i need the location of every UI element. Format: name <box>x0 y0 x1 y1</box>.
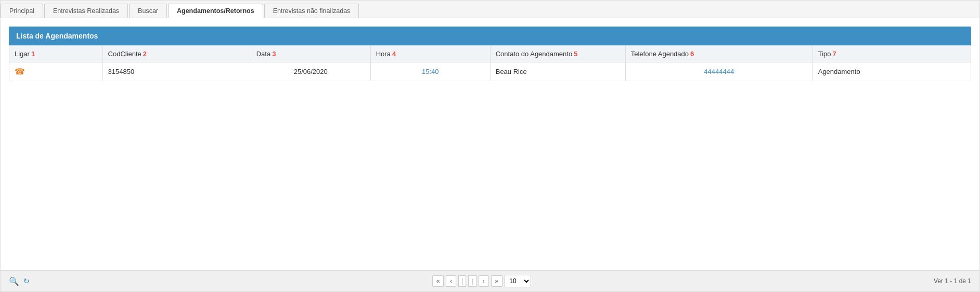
footer-left: 🔍 ↻ <box>9 276 30 286</box>
col-header-codcliente: CodCliente2 <box>102 46 251 62</box>
last-page-button[interactable]: » <box>491 275 503 287</box>
col-header-telefone: Telefone Agendado6 <box>625 46 813 62</box>
cell-tipo: Agendamento <box>813 62 971 81</box>
cell-hora: 15:40 <box>370 62 490 81</box>
col-header-hora: Hora4 <box>370 46 490 62</box>
first-page-button[interactable]: « <box>432 275 444 287</box>
col-header-contato: Contato do Agendamento5 <box>490 46 625 62</box>
search-button[interactable]: 🔍 <box>9 276 19 286</box>
tab-entrevistas-nao-finalizadas[interactable]: Entrevistas não finalizadas <box>264 4 359 18</box>
list-header: Lista de Agendamentos <box>9 27 971 45</box>
tab-bar: Principal Entrevistas Realizadas Buscar … <box>1 1 979 18</box>
phone-icon[interactable]: ☎ <box>15 67 25 76</box>
table-row: ☎315485025/06/202015:40Beau Rice44444444… <box>9 62 971 81</box>
agendamentos-table: Ligar1 CodCliente2 Data3 Hora4 Contato d… <box>9 45 971 81</box>
col-header-tipo: Tipo7 <box>813 46 971 62</box>
cell-data: 25/06/2020 <box>251 62 370 81</box>
page-sep-2: | <box>468 275 476 287</box>
main-content: Lista de Agendamentos Ligar1 CodCliente2… <box>1 18 979 270</box>
cell-codcliente: 3154850 <box>102 62 251 81</box>
next-page-button[interactable]: › <box>479 275 489 287</box>
telefone-value: 44444444 <box>704 68 734 75</box>
tab-principal[interactable]: Principal <box>1 4 43 18</box>
page-size-select[interactable]: 10 20 50 100 <box>505 275 531 287</box>
col-header-ligar: Ligar1 <box>9 46 103 62</box>
cell-ligar[interactable]: ☎ <box>9 62 103 81</box>
prev-page-button[interactable]: ‹ <box>446 275 456 287</box>
pagination-controls: « ‹ | | › » 10 20 50 100 <box>432 275 532 287</box>
cell-contato: Beau Rice <box>490 62 625 81</box>
tab-agendamentos-retornos[interactable]: Agendamentos/Retornos <box>168 4 263 18</box>
refresh-button[interactable]: ↻ <box>23 277 30 285</box>
tab-buscar[interactable]: Buscar <box>129 4 167 18</box>
app-container: Principal Entrevistas Realizadas Buscar … <box>0 0 980 292</box>
page-sep-1: | <box>458 275 466 287</box>
hora-value: 15:40 <box>422 68 439 75</box>
footer: 🔍 ↻ « ‹ | | › » 10 20 50 100 Ver 1 - 1 d… <box>1 270 979 291</box>
col-header-data: Data3 <box>251 46 370 62</box>
pagination-status: Ver 1 - 1 de 1 <box>934 277 971 285</box>
cell-telefone: 44444444 <box>625 62 813 81</box>
tab-entrevistas-realizadas[interactable]: Entrevistas Realizadas <box>44 4 128 18</box>
